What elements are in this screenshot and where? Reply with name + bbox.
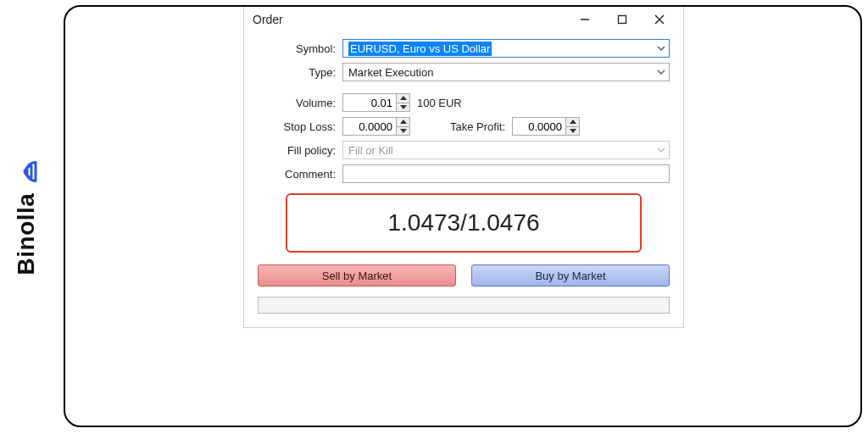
- brand-name: Binolla: [13, 193, 40, 275]
- quote-box: 1.0473 / 1.0476: [286, 193, 642, 253]
- tp-down-icon[interactable]: [566, 126, 579, 136]
- volume-down-icon[interactable]: [397, 103, 409, 112]
- svg-rect-1: [619, 16, 626, 24]
- sl-down-icon[interactable]: [397, 126, 409, 136]
- volume-stepper[interactable]: [342, 93, 410, 112]
- stop-loss-stepper[interactable]: [342, 117, 410, 136]
- fill-policy-value: Fill or Kill: [348, 144, 393, 157]
- take-profit-label: Take Profit:: [436, 120, 512, 133]
- volume-label: Volume:: [258, 97, 342, 109]
- volume-up-icon[interactable]: [397, 94, 409, 103]
- fill-policy-dropdown: Fill or Kill: [342, 141, 670, 159]
- tp-up-icon[interactable]: [566, 118, 579, 126]
- stop-loss-label: Stop Loss:: [258, 120, 342, 133]
- comment-input[interactable]: [342, 164, 670, 183]
- type-dropdown[interactable]: Market Execution: [342, 63, 670, 81]
- take-profit-stepper[interactable]: [512, 117, 580, 136]
- type-value: Market Execution: [348, 66, 433, 79]
- symbol-dropdown[interactable]: EURUSD, Euro vs US Dollar: [342, 39, 670, 58]
- status-bar: [258, 297, 670, 314]
- brand-sidebar: Binolla: [13, 159, 40, 275]
- chevron-down-icon: [657, 44, 665, 53]
- app-frame: Order Symbol: EURUSD, Euro vs US Dollar: [64, 5, 862, 427]
- brand-logo-icon: [14, 159, 39, 185]
- chevron-down-icon: [657, 68, 665, 76]
- volume-input[interactable]: [343, 94, 396, 111]
- stop-loss-input[interactable]: [343, 118, 396, 135]
- quote-sep: /: [460, 209, 467, 236]
- buy-button[interactable]: Buy by Market: [471, 264, 670, 287]
- volume-hint: 100 EUR: [417, 97, 462, 109]
- symbol-label: Symbol:: [258, 42, 342, 55]
- maximize-button[interactable]: [604, 8, 641, 31]
- type-label: Type:: [258, 66, 342, 79]
- fill-policy-label: Fill policy:: [258, 144, 342, 157]
- quote-ask: 1.0476: [467, 209, 540, 236]
- order-dialog: Order Symbol: EURUSD, Euro vs US Dollar: [243, 7, 684, 328]
- titlebar: Order: [244, 7, 683, 32]
- close-button[interactable]: [641, 8, 678, 31]
- symbol-value: EURUSD, Euro vs US Dollar: [348, 42, 492, 56]
- take-profit-input[interactable]: [513, 118, 565, 135]
- sl-up-icon[interactable]: [397, 118, 409, 126]
- sell-button[interactable]: Sell by Market: [258, 264, 456, 287]
- comment-label: Comment:: [258, 168, 342, 181]
- quote-bid: 1.0473: [387, 209, 460, 236]
- chevron-down-icon: [657, 146, 665, 154]
- minimize-button[interactable]: [566, 8, 604, 31]
- window-title: Order: [253, 13, 283, 26]
